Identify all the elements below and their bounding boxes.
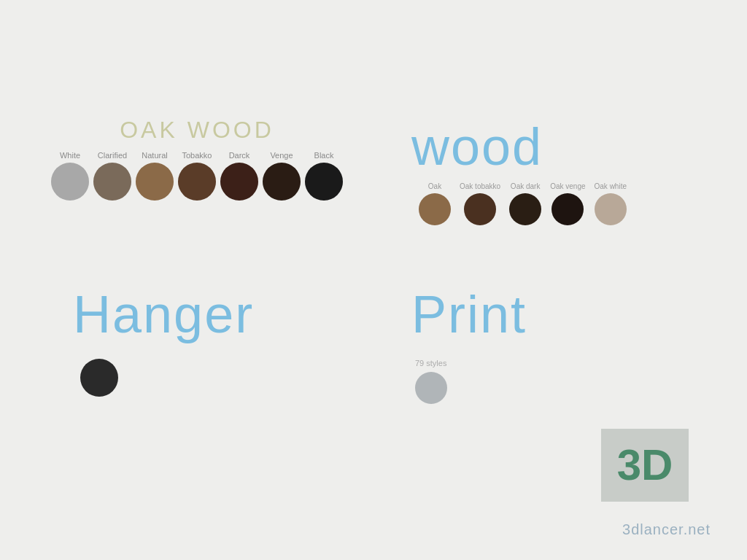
oak-swatch-label: Tobakko	[182, 151, 212, 160]
oak-swatch-circle[interactable]	[220, 163, 258, 201]
wood-swatches: OakOak tobakkoOak darkOak vengeOak white	[411, 182, 689, 225]
wood-swatch-label: Oak venge	[550, 182, 585, 190]
wood-swatch-item[interactable]: Oak dark	[509, 182, 541, 225]
wood-swatch-item[interactable]: Oak	[419, 182, 451, 225]
oak-wood-section: OAK WOOD WhiteClarifiedNaturalTobakkoDar…	[44, 117, 350, 201]
wood-swatch-circle[interactable]	[464, 193, 496, 225]
oak-swatch-circle[interactable]	[51, 163, 89, 201]
oak-swatch-item[interactable]: Venge	[263, 151, 301, 201]
oak-swatch-circle[interactable]	[305, 163, 343, 201]
wood-swatch-label: Oak tobakko	[460, 182, 500, 190]
print-section: Print 79 styles	[411, 284, 689, 404]
hanger-swatch	[80, 359, 118, 397]
oak-wood-title: OAK WOOD	[44, 117, 350, 144]
hanger-section: Hanger	[73, 284, 254, 397]
wood-swatch-item[interactable]: Oak venge	[550, 182, 585, 225]
print-styles-label: 79 styles	[415, 359, 689, 368]
oak-swatch-item[interactable]: Clarified	[93, 151, 131, 201]
oak-wood-swatches: WhiteClarifiedNaturalTobakkoDarckVengeBl…	[44, 151, 350, 201]
wood-swatch-circle[interactable]	[509, 193, 541, 225]
oak-swatch-circle[interactable]	[263, 163, 301, 201]
oak-swatch-label: Venge	[270, 151, 293, 160]
oak-swatch-label: Black	[314, 151, 334, 160]
wood-swatch-label: Oak white	[595, 182, 627, 190]
wood-swatch-circle[interactable]	[551, 193, 584, 225]
oak-swatch-circle[interactable]	[136, 163, 174, 201]
oak-swatch-circle[interactable]	[93, 163, 131, 201]
oak-swatch-item[interactable]: Darck	[220, 151, 258, 201]
print-title: Print	[411, 284, 689, 344]
wood-swatch-item[interactable]: Oak tobakko	[460, 182, 500, 225]
wood-swatch-item[interactable]: Oak white	[595, 182, 627, 225]
oak-swatch-label: White	[60, 151, 80, 160]
wood-title: wood	[411, 117, 689, 176]
oak-swatch-label: Darck	[229, 151, 250, 160]
hanger-title: Hanger	[73, 284, 254, 344]
oak-swatch-item[interactable]: White	[51, 151, 89, 201]
wood-swatch-circle[interactable]	[419, 193, 451, 225]
print-swatch	[415, 372, 447, 404]
wood-swatch-label: Oak	[428, 182, 441, 190]
wood-swatch-circle[interactable]	[595, 193, 627, 225]
logo-3d-text: 3D	[617, 443, 673, 487]
oak-swatch-label: Clarified	[98, 151, 127, 160]
wood-section: wood OakOak tobakkoOak darkOak vengeOak …	[411, 117, 689, 225]
oak-swatch-circle[interactable]	[178, 163, 216, 201]
oak-swatch-item[interactable]: Natural	[136, 151, 174, 201]
wood-swatch-label: Oak dark	[511, 182, 541, 190]
oak-swatch-item[interactable]: Tobakko	[178, 151, 216, 201]
oak-swatch-item[interactable]: Black	[305, 151, 343, 201]
logo-3d: 3D	[601, 429, 689, 502]
oak-swatch-label: Natural	[142, 151, 167, 160]
watermark: 3dlancer.net	[622, 521, 711, 538]
